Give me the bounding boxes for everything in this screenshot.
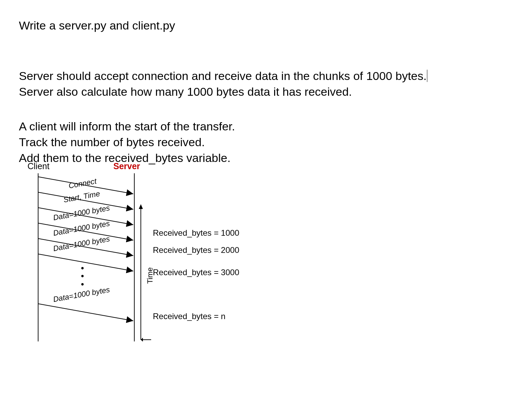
received-bytes-1: Received_bytes = 1000 (153, 228, 239, 238)
server-label: Server (113, 161, 140, 171)
paragraph-2-line-2: Track the number of bytes received. (19, 136, 205, 149)
received-bytes-2: Received_bytes = 2000 (153, 245, 239, 255)
received-bytes-3: Received_bytes = 3000 (153, 268, 239, 277)
sequence-diagram: Client Server Time (19, 161, 345, 347)
ellipsis-dots: ••• (79, 264, 86, 288)
paragraph-1-line-1: Server should accept connection and rece… (19, 69, 427, 82)
heading: Write a server.py and client.py (19, 19, 499, 32)
paragraph-1: Server should accept connection and rece… (19, 68, 499, 100)
paragraph-1-line-2: Server also calculate how many 1000 byte… (19, 85, 352, 98)
received-bytes-n: Received_bytes = n (153, 312, 225, 321)
paragraph-2: A client will inform the start of the tr… (19, 119, 499, 166)
paragraph-2-line-1: A client will inform the start of the tr… (19, 120, 235, 133)
svg-marker-1 (139, 204, 143, 209)
client-label: Client (27, 161, 49, 171)
svg-line-10 (38, 304, 133, 321)
document-page: Write a server.py and client.py Server s… (0, 0, 518, 420)
text-cursor (427, 70, 427, 82)
